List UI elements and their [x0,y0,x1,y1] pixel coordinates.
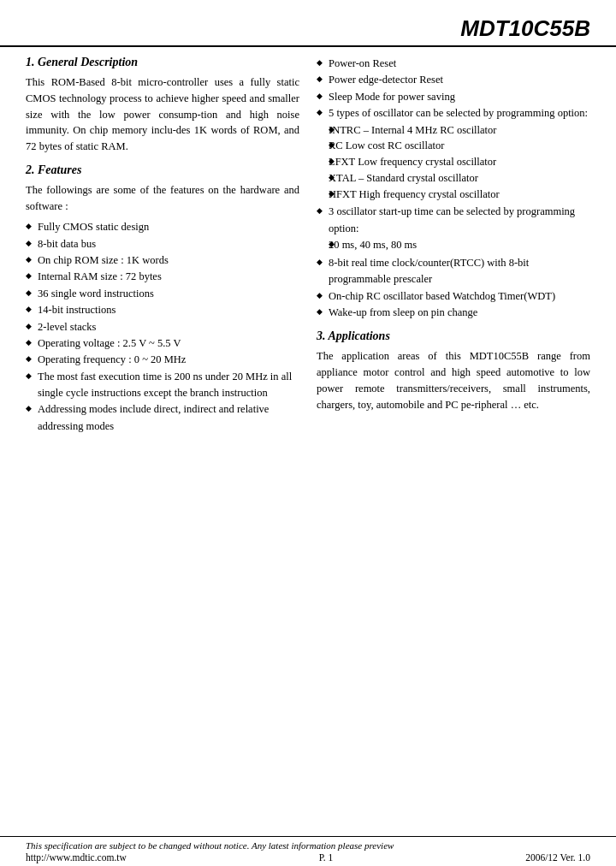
sub-list-item: RC Low cost RC oscillator [329,138,590,154]
section2-intro: The followings are some of the features … [26,182,299,215]
section3-body: The application areas of this MDT10C55B … [317,348,590,412]
sub-list-item: INTRC – Internal 4 MHz RC oscillator [329,122,590,139]
list-item: 8-bit data bus [26,236,299,252]
list-item: 3 oscillator start-up time can be select… [317,204,590,253]
page-title: MDT10C55B [460,15,590,41]
footer-page: P. 1 [319,852,334,863]
list-item: Addressing modes include direct, indirec… [26,401,299,435]
list-item: Internal RAM size : 72 bytes [26,269,299,285]
list-item: 8-bit real time clock/counter(RTCC) with… [317,255,590,288]
section1-title: 1. General Description [26,56,299,69]
list-item: Operating frequency : 0 ~ 20 MHz [26,352,299,368]
list-item: Sleep Mode for power saving [317,89,590,105]
list-item: 36 single word instructions [26,286,299,302]
startup-sub-list: 20 ms, 40 ms, 80 ms [329,237,590,253]
list-item: Power edge-detector Reset [317,72,590,88]
footer-url: http://www.mdtic.com.tw [26,852,127,863]
list-item: The most fast execution time is 200 ns u… [26,369,299,402]
section1-body: This ROM-Based 8-bit micro-controller us… [26,74,299,155]
oscillator-sub-list: INTRC – Internal 4 MHz RC oscillator RC … [329,122,590,203]
page: MDT10C55B 1. General Description This RO… [0,0,616,866]
header: MDT10C55B [0,0,616,47]
list-item: 5 types of oscillator can be selected by… [317,105,590,202]
footer: This specification are subject to be cha… [0,836,616,866]
main-content: 1. General Description This ROM-Based 8-… [0,47,616,440]
list-item: On-chip RC oscillator based Watchdog Tim… [317,288,590,305]
section2-title: 2. Features [26,163,299,177]
features-list: Fully CMOS static design 8-bit data bus … [26,219,299,435]
right-column: Power-on Reset Power edge-detector Reset… [317,56,590,440]
list-item: Fully CMOS static design [26,219,299,235]
right-features-list: Power-on Reset Power edge-detector Reset… [317,56,590,321]
list-item: Power-on Reset [317,56,590,72]
list-item: On chip ROM size : 1K words [26,252,299,269]
section3-title: 3. Applications [317,329,590,343]
footer-version: 2006/12 Ver. 1.0 [525,852,590,863]
list-item: 2-level stacks [26,319,299,335]
footer-disclaimer: This specification are subject to be cha… [26,840,590,851]
left-column: 1. General Description This ROM-Based 8-… [26,56,299,440]
footer-bottom: http://www.mdtic.com.tw P. 1 2006/12 Ver… [26,852,590,863]
list-item: Wake-up from sleep on pin change [317,305,590,321]
list-item: Operating voltage : 2.5 V ~ 5.5 V [26,335,299,352]
sub-list-item: HFXT High frequency crystal oscillator [329,187,590,203]
sub-list-item: XTAL – Standard crystal oscillator [329,170,590,187]
list-item: 14-bit instructions [26,302,299,318]
sub-list-item: LFXT Low frequency crystal oscillator [329,154,590,170]
sub-list-item: 20 ms, 40 ms, 80 ms [329,237,590,253]
